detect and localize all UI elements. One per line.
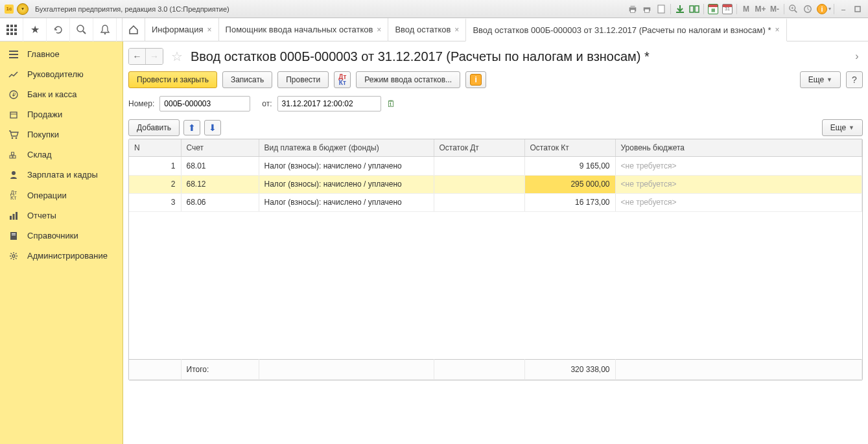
dt-kt-button[interactable]: ДтКт [334, 71, 351, 88]
tab-close-icon[interactable]: × [207, 25, 212, 34]
table-row[interactable]: 268.12Налог (взносы): начислено / уплаче… [129, 175, 862, 193]
header-balance-dt[interactable]: Остаток Дт [434, 139, 524, 157]
favorite-star-icon[interactable]: ★ [23, 18, 47, 41]
cell-balance-dt[interactable] [434, 157, 524, 175]
separator [784, 4, 784, 14]
header-balance-kt[interactable]: Остаток Кт [524, 139, 615, 157]
cell-payment-type[interactable]: Налог (взносы): начислено / уплачено [259, 193, 434, 211]
sidebar-item-0[interactable]: Главное [0, 44, 123, 64]
minimize-button[interactable]: – [837, 3, 850, 16]
info-dropdown-icon[interactable]: ▾ [828, 6, 831, 12]
sidebar-item-8[interactable]: Отчеты [0, 205, 123, 226]
app-menu-dropdown[interactable]: ▾ [17, 3, 29, 15]
info-button[interactable]: i [465, 71, 486, 88]
more-actions-button[interactable]: Еще▼ [800, 71, 841, 88]
clock-icon[interactable] [801, 3, 814, 16]
compare-icon[interactable] [688, 3, 701, 16]
sidebar-item-6[interactable]: Зарплата и кадры [0, 165, 123, 185]
tab-1[interactable]: Помощник ввода начальных остатков× [218, 18, 389, 41]
cell-balance-kt[interactable]: 295 000,00 [524, 175, 615, 193]
svg-rect-1 [631, 5, 635, 8]
home-icon[interactable] [122, 18, 145, 41]
cell-budget-level[interactable]: <не требуется> [615, 175, 862, 193]
collapse-panel-icon[interactable]: › [851, 51, 863, 62]
header-account[interactable]: Счет [181, 139, 259, 157]
document-icon[interactable] [655, 3, 668, 16]
cell-balance-dt[interactable] [434, 175, 524, 193]
tab-3[interactable]: Ввод остатков 000Б-000003 от 31.12.2017 … [465, 18, 786, 41]
date-input[interactable] [277, 96, 381, 111]
cell-n[interactable]: 1 [129, 157, 181, 175]
history-icon[interactable] [47, 18, 70, 41]
sidebar-item-5[interactable]: Склад [0, 145, 123, 165]
sidebar-item-7[interactable]: ДтКтОперации [0, 185, 123, 205]
header-budget-level[interactable]: Уровень бюджета [615, 139, 862, 157]
sidebar-item-4[interactable]: Покупки [0, 124, 123, 145]
memory-mminus-button[interactable]: M- [768, 3, 781, 16]
move-row-up-button[interactable]: ⬆ [183, 120, 200, 135]
favorite-star-icon[interactable]: ☆ [171, 49, 183, 64]
tab-0[interactable]: Информация× [145, 18, 219, 41]
cell-budget-level[interactable]: <не требуется> [615, 193, 862, 211]
memory-mplus-button[interactable]: M+ [754, 3, 767, 16]
tab-close-icon[interactable]: × [454, 25, 459, 34]
notifications-bell-icon[interactable] [93, 18, 117, 41]
post-and-close-button[interactable]: Провести и закрыть [128, 71, 217, 88]
svg-point-15 [77, 25, 84, 32]
table-more-button[interactable]: Еще▼ [822, 119, 863, 136]
svg-rect-6 [676, 12, 684, 13]
number-input[interactable] [159, 96, 250, 111]
calendar-icon[interactable]: 31 [721, 3, 734, 16]
info-help-icon[interactable]: i [815, 3, 828, 16]
nav-back-button[interactable]: ← [129, 49, 146, 64]
calculator-icon[interactable]: ▦ [707, 3, 720, 16]
zoom-icon[interactable] [787, 3, 800, 16]
sidebar-item-3[interactable]: Продажи [0, 104, 123, 124]
move-row-down-button[interactable]: ⬇ [204, 120, 221, 135]
cell-balance-kt[interactable]: 16 173,00 [524, 193, 615, 211]
sidebar-item-label: Руководителю [27, 69, 84, 79]
save-button[interactable]: Записать [222, 71, 272, 88]
sidebar-item-1[interactable]: Руководителю [0, 64, 123, 84]
cell-balance-dt[interactable] [434, 193, 524, 211]
svg-point-30 [12, 171, 16, 175]
balances-table[interactable]: N Счет Вид платежа в бюджет (фонды) Оста… [129, 139, 862, 157]
cell-account[interactable]: 68.01 [181, 157, 259, 175]
header-payment-type[interactable]: Вид платежа в бюджет (фонды) [259, 139, 434, 157]
cart-icon [8, 130, 19, 139]
cell-payment-type[interactable]: Налог (взносы): начислено / уплачено [259, 175, 434, 193]
cell-budget-level[interactable]: <не требуется> [615, 157, 862, 175]
tab-close-icon[interactable]: × [775, 25, 780, 34]
table-body[interactable]: 168.01Налог (взносы): начислено / уплаче… [129, 157, 862, 211]
sidebar-item-9[interactable]: Справочники [0, 226, 123, 246]
calendar-picker-icon[interactable]: 🗓 [386, 99, 395, 109]
cell-account[interactable]: 68.06 [181, 193, 259, 211]
table-footer-row: Итого: 320 338,00 [129, 360, 862, 380]
print-preview-icon[interactable] [626, 3, 639, 16]
header-n[interactable]: N [129, 139, 181, 157]
table-row[interactable]: 368.06Налог (взносы): начислено / уплаче… [129, 193, 862, 211]
tabs-bar: Информация×Помощник ввода начальных оста… [145, 18, 868, 41]
table-row[interactable]: 168.01Налог (взносы): начислено / уплаче… [129, 157, 862, 175]
search-icon[interactable] [70, 18, 93, 41]
cell-balance-kt[interactable]: 9 165,00 [524, 157, 615, 175]
post-button[interactable]: Провести [277, 71, 329, 88]
sidebar-item-10[interactable]: Администрирование [0, 246, 123, 266]
date-label: от: [262, 99, 272, 108]
cell-payment-type[interactable]: Налог (взносы): начислено / уплачено [259, 157, 434, 175]
cell-n[interactable]: 3 [129, 193, 181, 211]
cell-account[interactable]: 68.12 [181, 175, 259, 193]
maximize-button[interactable] [851, 3, 864, 16]
input-mode-button[interactable]: Режим ввода остатков... [356, 71, 460, 88]
apps-grid-icon[interactable] [0, 18, 23, 41]
memory-m-button[interactable]: M [740, 3, 753, 16]
save-to-disk-icon[interactable] [674, 3, 686, 16]
print-icon[interactable] [640, 3, 653, 16]
help-button[interactable]: ? [846, 71, 863, 88]
cell-n[interactable]: 2 [129, 175, 181, 193]
tab-close-icon[interactable]: × [377, 25, 381, 34]
add-row-button[interactable]: Добавить [128, 119, 180, 136]
table-toolbar: Добавить ⬆ ⬇ Еще▼ [128, 119, 863, 136]
tab-2[interactable]: Ввод остатков× [388, 18, 466, 41]
sidebar-item-2[interactable]: ₽Банк и касса [0, 84, 123, 104]
